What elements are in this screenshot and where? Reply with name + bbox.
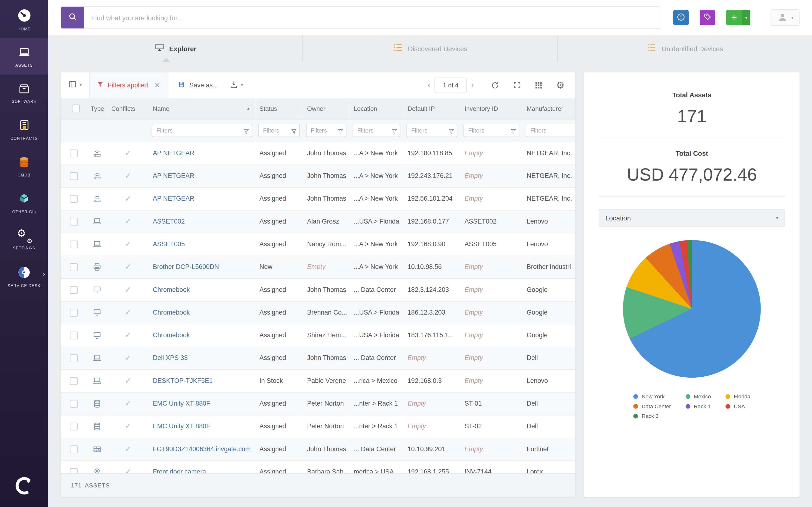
tab-discovered-devices[interactable]: Discovered Devices [302, 35, 557, 62]
grid-view-button[interactable] [534, 80, 543, 90]
sidebar-item-other-cis[interactable]: OTHER CIs [0, 184, 48, 221]
alerts-button[interactable] [673, 10, 689, 25]
tab-unidentified-devices[interactable]: Unidentified Devices [557, 35, 812, 62]
row-checkbox[interactable] [69, 400, 77, 407]
settings-button[interactable]: ⚙ [556, 80, 565, 90]
asset-name-link[interactable]: Chromebook [153, 332, 190, 339]
col-status[interactable]: Status [255, 98, 303, 119]
asset-name-link[interactable]: Chromebook [153, 309, 190, 316]
table-row[interactable]: ✓EMC Unity XT 880FAssignedPeter Norton..… [61, 415, 575, 438]
asset-name-link[interactable]: EMC Unity XT 880F [153, 423, 210, 430]
page-indicator[interactable]: 1 of 4 [435, 77, 467, 93]
filter-input-name[interactable] [152, 124, 252, 137]
table-row[interactable]: ✓Dell XPS 33AssignedJohn Thomas... Data … [61, 347, 575, 370]
asset-name-link[interactable]: AP NETGEAR [153, 195, 194, 202]
table-row[interactable]: ✓ASSET002AssignedAlan Grosz...USA > Flor… [61, 210, 575, 233]
export-button[interactable]: ▾ [230, 80, 243, 90]
table-row[interactable]: ✓FGT90D3Z14006364.invgate.comAssignedJoh… [61, 438, 575, 460]
sidebar-item-assets[interactable]: ASSETS [0, 38, 48, 74]
owner-cell: Brennan Co... [303, 301, 350, 324]
row-checkbox[interactable] [69, 332, 77, 339]
col-inventory-id[interactable]: Inventory ID [460, 98, 522, 119]
tab-explorer[interactable]: Explorer [48, 35, 302, 62]
conflict-check-icon: ✓ [125, 353, 131, 362]
col-manufacturer[interactable]: Manufacturer [522, 98, 575, 119]
tags-button[interactable] [700, 10, 715, 25]
table-row[interactable]: ✓AP NETGEARAssignedJohn Thomas...A > New… [61, 164, 575, 187]
select-all-checkbox[interactable] [72, 105, 80, 113]
table-scroll-area[interactable]: Type Conflicts Name▲ Status Owner Locati… [61, 98, 575, 473]
asset-name-link[interactable]: FGT90D3Z14006364.invgate.com [153, 445, 251, 453]
sidebar-item-settings[interactable]: ⚙⚙ SETTINGS [0, 221, 48, 257]
close-icon[interactable]: ✕ [154, 81, 160, 89]
col-default-ip[interactable]: Default IP [403, 98, 460, 119]
row-checkbox[interactable] [69, 445, 77, 453]
table-row[interactable]: ✓ChromebookAssignedBrennan Co......USA >… [61, 301, 575, 324]
col-owner[interactable]: Owner [303, 98, 350, 119]
refresh-button[interactable] [490, 80, 500, 90]
col-type[interactable]: Type [87, 98, 107, 119]
layout-switch-button[interactable]: ▾ [68, 80, 82, 91]
row-checkbox[interactable] [69, 240, 77, 248]
asset-name-link[interactable]: EMC Unity XT 880F [153, 400, 210, 407]
table-row[interactable]: ✓AP NETGEARAssignedJohn Thomas...A > New… [61, 142, 575, 164]
group-by-select[interactable]: Location ▾ [599, 209, 785, 227]
funnel-icon [243, 127, 249, 137]
table-row[interactable]: ✓ChromebookAssignedJohn Thomas... Data C… [61, 278, 575, 301]
row-checkbox[interactable] [69, 422, 77, 430]
sidebar-item-service-desk[interactable]: › SERVICE DESK [0, 257, 48, 295]
tab-label: Unidentified Devices [662, 45, 723, 52]
table-row[interactable]: ✓ASSET005AssignedNancy Rom......A > New … [61, 233, 575, 256]
conflict-check-icon: ✓ [125, 262, 131, 271]
add-asset-split-button[interactable]: + ▾ [726, 10, 750, 25]
fullscreen-button[interactable] [512, 80, 521, 90]
row-checkbox[interactable] [69, 354, 77, 362]
table-row[interactable]: ✓AP NETGEARAssignedJohn Thomas...A > New… [61, 187, 575, 210]
table-row[interactable]: ✓DESKTOP-TJKF5E1In StockPablo Vergne...r… [61, 370, 575, 392]
asset-name-link[interactable]: AP NETGEAR [153, 172, 194, 180]
asset-name-link[interactable]: ASSET002 [153, 218, 185, 225]
sidebar-item-home[interactable]: HOME [0, 0, 48, 38]
row-checkbox[interactable] [69, 195, 77, 203]
row-checkbox[interactable] [69, 286, 77, 294]
status-cell: Assigned [255, 460, 303, 473]
asset-name-link[interactable]: AP NETGEAR [153, 150, 194, 157]
save-as-button[interactable]: Save as... [177, 80, 218, 90]
table-row[interactable]: ✓Front door cameraAssignedBarbara Sab...… [61, 460, 575, 473]
asset-name-link[interactable]: Dell XPS 33 [153, 354, 188, 362]
row-checkbox[interactable] [69, 172, 77, 180]
filters-applied-chip[interactable]: Filters applied ✕ [89, 72, 168, 98]
table-row[interactable]: ✓EMC Unity XT 880FAssignedPeter Norton..… [61, 392, 575, 415]
default-ip-cell: 192.56.101.204 [403, 187, 460, 210]
status-cell: Assigned [255, 233, 303, 256]
col-name[interactable]: Name▲ [149, 98, 255, 119]
filter-input-manufacturer[interactable] [526, 124, 575, 137]
row-checkbox[interactable] [69, 263, 77, 271]
asset-name-link[interactable]: Brother DCP-L5600DN [153, 264, 219, 271]
col-conflicts[interactable]: Conflicts [107, 98, 149, 119]
location-pie-chart[interactable] [623, 240, 761, 378]
user-menu-button[interactable]: ▾ [771, 9, 800, 26]
page-prev-button[interactable]: ‹ [423, 80, 435, 89]
row-checkbox[interactable] [69, 377, 77, 385]
owner-cell: John Thomas [303, 164, 350, 187]
search-input[interactable] [84, 7, 660, 29]
asset-name-link[interactable]: DESKTOP-TJKF5E1 [153, 377, 213, 384]
sidebar-item-contracts[interactable]: CONTRACTS [0, 111, 48, 148]
row-checkbox[interactable] [69, 149, 77, 157]
search-button[interactable] [61, 7, 84, 29]
row-checkbox[interactable] [69, 218, 77, 225]
manufacturer-cell: NETGEAR, Inc. [522, 164, 575, 187]
asset-name-link[interactable]: Chromebook [153, 286, 190, 293]
asset-name-link[interactable]: Front door camera [153, 468, 206, 473]
sidebar-item-software[interactable]: SOFTWARE [0, 74, 48, 111]
row-checkbox[interactable] [69, 308, 77, 316]
sidebar-item-cmdb[interactable]: CMDB [0, 148, 48, 184]
row-checkbox[interactable] [69, 468, 77, 473]
asset-name-link[interactable]: ASSET005 [153, 240, 185, 248]
col-location[interactable]: Location [349, 98, 403, 119]
location-cell: ...A > New York [349, 187, 403, 210]
table-row[interactable]: ✓Brother DCP-L5600DNNewEmpty...A > New Y… [61, 256, 575, 278]
page-next-button[interactable]: › [467, 80, 478, 89]
table-row[interactable]: ✓ChromebookAssignedShiraz Hem......USA >… [61, 324, 575, 346]
